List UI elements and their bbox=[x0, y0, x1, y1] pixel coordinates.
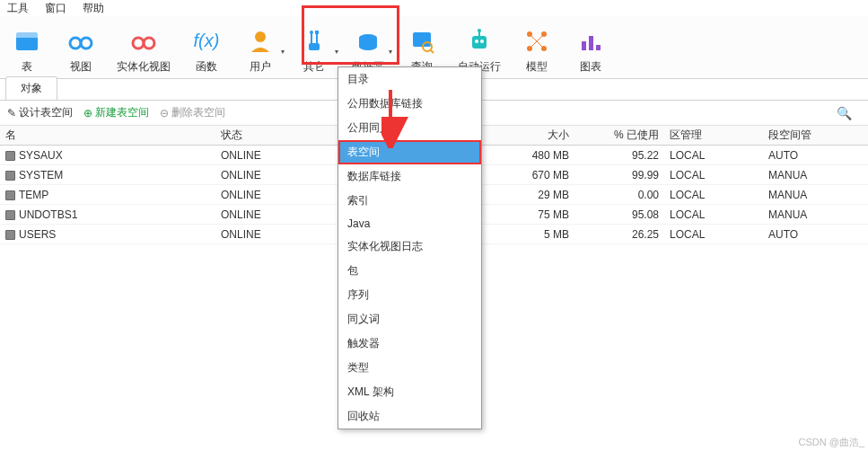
tab-objects[interactable]: 对象 bbox=[5, 76, 57, 100]
ribbon-label: 表 bbox=[22, 59, 32, 75]
new-label: 新建表空间 bbox=[95, 105, 149, 120]
ribbon-label: 实体化视图 bbox=[117, 59, 171, 75]
dropdown-item[interactable]: Java bbox=[338, 213, 481, 234]
other-dropdown-menu: 目录公用数据库链接公用同义词表空间数据库链接索引Java实体化视图日志包序列同义… bbox=[338, 66, 482, 429]
cell-ext: LOCAL bbox=[664, 146, 763, 164]
ribbon-table[interactable]: 表 bbox=[0, 16, 54, 78]
cell-name: SYSTEM bbox=[0, 166, 215, 184]
cell-status: ONLINE bbox=[215, 206, 323, 224]
cell-size: 480 MB bbox=[485, 146, 574, 164]
model-icon bbox=[522, 27, 551, 56]
chevron-down-icon: ▾ bbox=[281, 48, 285, 56]
ribbon-label: 其它 bbox=[303, 59, 325, 75]
dropdown-item[interactable]: 序列 bbox=[338, 283, 481, 307]
ribbon-glasses[interactable]: 视图 bbox=[54, 16, 108, 78]
user-icon bbox=[246, 27, 275, 56]
dropdown-item[interactable]: 触发器 bbox=[338, 332, 481, 356]
tablespace-icon bbox=[5, 230, 15, 240]
dropdown-item[interactable]: 实体化视图日志 bbox=[338, 234, 481, 259]
dropdown-item[interactable]: 目录 bbox=[338, 67, 481, 92]
chart-icon bbox=[576, 27, 605, 56]
dropdown-item[interactable]: 表空间 bbox=[338, 140, 481, 164]
dropdown-item[interactable]: 公用同义词 bbox=[338, 116, 481, 140]
dropdown-item[interactable]: 回收站 bbox=[338, 404, 481, 429]
cell-status: ONLINE bbox=[215, 186, 323, 204]
minus-circle-icon: ⊖ bbox=[160, 107, 169, 119]
ribbon-fx[interactable]: f(x)函数 bbox=[180, 16, 233, 78]
svg-point-16 bbox=[359, 43, 377, 50]
svg-rect-20 bbox=[472, 36, 487, 49]
tablespace-icon bbox=[5, 151, 15, 161]
col-header-seg[interactable]: 段空间管 bbox=[763, 125, 853, 146]
cell-ext: LOCAL bbox=[664, 226, 763, 243]
svg-point-24 bbox=[478, 29, 481, 32]
col-header-size[interactable]: 大小 bbox=[485, 125, 574, 146]
dropdown-item[interactable]: 公用数据库链接 bbox=[338, 92, 481, 116]
design-tablespace-button[interactable]: ✎ 设计表空间 bbox=[7, 105, 73, 120]
col-header-ext[interactable]: 区管理 bbox=[664, 125, 763, 146]
cell-seg: MANUA bbox=[763, 206, 853, 224]
ribbon-glasses-red[interactable]: 实体化视图 bbox=[108, 16, 180, 78]
cell-name: SYSAUX bbox=[0, 146, 215, 164]
dropdown-item[interactable]: XML 架构 bbox=[338, 380, 481, 404]
ribbon-model[interactable]: 模型 bbox=[510, 16, 564, 78]
cell-size: 29 MB bbox=[485, 186, 574, 204]
design-label: 设计表空间 bbox=[19, 105, 73, 120]
col-header-name[interactable]: 名 bbox=[0, 125, 215, 146]
plus-circle-icon: ⊕ bbox=[83, 107, 92, 119]
svg-point-3 bbox=[81, 38, 92, 49]
cell-pct: 95.08 bbox=[574, 206, 664, 224]
search-icon[interactable]: 🔍 bbox=[837, 106, 861, 120]
cell-size: 75 MB bbox=[485, 206, 574, 224]
svg-text:f(x): f(x) bbox=[194, 31, 220, 50]
dropdown-item[interactable]: 包 bbox=[338, 259, 481, 283]
svg-rect-1 bbox=[16, 32, 38, 38]
col-header-status[interactable]: 状态 bbox=[215, 125, 323, 146]
cell-seg: AUTO bbox=[763, 146, 853, 164]
svg-point-6 bbox=[144, 38, 154, 49]
ribbon-tools[interactable]: 其它▾ bbox=[287, 16, 341, 78]
robot-icon bbox=[465, 27, 494, 56]
svg-point-8 bbox=[255, 31, 266, 42]
col-header-pct[interactable]: % 已使用 bbox=[574, 125, 664, 146]
cell-status: ONLINE bbox=[215, 226, 323, 243]
ribbon-label: 图表 bbox=[580, 59, 601, 75]
cell-size: 670 MB bbox=[485, 166, 574, 184]
svg-rect-32 bbox=[589, 36, 593, 50]
cell-pct: 99.99 bbox=[574, 166, 664, 184]
dropdown-item[interactable]: 索引 bbox=[338, 189, 481, 213]
svg-rect-33 bbox=[596, 45, 601, 50]
ribbon-label: 模型 bbox=[526, 59, 548, 75]
new-tablespace-button[interactable]: ⊕ 新建表空间 bbox=[83, 105, 149, 120]
tools-icon bbox=[300, 27, 329, 56]
ribbon-user[interactable]: 用户▾ bbox=[233, 16, 287, 78]
cell-seg: MANUA bbox=[763, 166, 853, 184]
dropdown-item[interactable]: 同义词 bbox=[338, 307, 481, 332]
cell-ext: LOCAL bbox=[664, 166, 763, 184]
glasses-icon bbox=[66, 27, 95, 56]
cell-pct: 26.25 bbox=[574, 226, 664, 243]
delete-label: 删除表空间 bbox=[171, 105, 225, 120]
svg-point-5 bbox=[133, 38, 144, 49]
svg-point-2 bbox=[70, 38, 81, 49]
watermark: CSDN @曲浩_ bbox=[798, 436, 864, 449]
svg-rect-9 bbox=[309, 43, 320, 50]
chevron-down-icon: ▾ bbox=[335, 48, 338, 56]
svg-point-22 bbox=[480, 40, 484, 43]
pencil-icon: ✎ bbox=[7, 107, 16, 119]
ribbon-chart[interactable]: 图表 bbox=[564, 16, 618, 78]
menu-help[interactable]: 帮助 bbox=[83, 1, 104, 16]
cell-ext: LOCAL bbox=[664, 186, 763, 204]
delete-tablespace-button[interactable]: ⊖ 删除表空间 bbox=[160, 105, 225, 120]
dropdown-item[interactable]: 类型 bbox=[338, 356, 481, 380]
svg-rect-13 bbox=[315, 31, 319, 34]
cell-pct: 95.22 bbox=[574, 146, 664, 164]
menu-window[interactable]: 窗口 bbox=[45, 1, 66, 16]
ribbon-label: 视图 bbox=[70, 59, 92, 75]
ribbon-label: 函数 bbox=[196, 59, 217, 75]
cell-seg: AUTO bbox=[763, 226, 853, 243]
tablespace-icon bbox=[5, 190, 15, 200]
menu-tools[interactable]: 工具 bbox=[7, 1, 29, 16]
dropdown-item[interactable]: 数据库链接 bbox=[338, 164, 481, 189]
cell-ext: LOCAL bbox=[664, 206, 763, 224]
